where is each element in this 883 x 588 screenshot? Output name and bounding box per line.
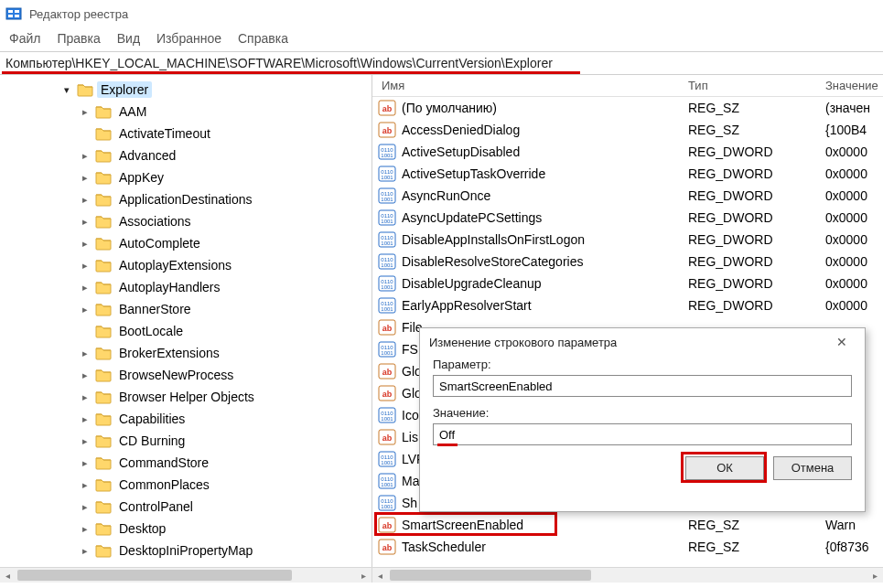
scroll-left-arrow[interactable]: ◂ — [372, 568, 388, 583]
address-bar[interactable]: Компьютер\HKEY_LOCAL_MACHINE\SOFTWARE\Mi… — [0, 51, 883, 75]
tree-item-label: Advanced — [115, 147, 179, 164]
folder-icon — [95, 433, 112, 448]
tree-item[interactable]: BrokerExtensions — [0, 342, 372, 364]
tree-scrollbar-thumb[interactable] — [17, 570, 292, 581]
tree-item[interactable]: Associations — [0, 210, 372, 232]
tree-item-explorer[interactable]: Explorer — [0, 79, 372, 101]
tree-item-label: DesktopIniPropertyMap — [115, 542, 256, 559]
close-icon[interactable]: ✕ — [828, 335, 856, 349]
value-data: 0x0000 — [825, 166, 883, 181]
chevron-right-icon[interactable] — [79, 413, 92, 425]
tree-item[interactable]: Browser Helper Objects — [0, 386, 372, 408]
tree-item[interactable]: CD Burning — [0, 430, 372, 452]
chevron-right-icon[interactable] — [79, 304, 92, 315]
tree-scrollbar-track[interactable] — [16, 568, 356, 583]
value-row[interactable]: 01101001AsyncUpdatePCSettingsREG_DWORD0x… — [372, 207, 883, 229]
value-row[interactable]: abAccessDeniedDialogREG_SZ{100B4 — [372, 119, 883, 141]
scroll-right-arrow[interactable]: ▸ — [356, 568, 372, 583]
tree-item[interactable]: ActivateTimeout — [0, 123, 372, 144]
svg-text:ab: ab — [382, 126, 393, 135]
tree-item[interactable]: DesktopOptimization — [0, 561, 372, 567]
chevron-right-icon[interactable] — [79, 172, 92, 184]
tree-item[interactable]: ControlPanel — [0, 496, 372, 518]
value-row[interactable]: abSmartScreenEnabledREG_SZWarn — [372, 514, 883, 536]
value-row[interactable]: 01101001EarlyAppResolverStartREG_DWORD0x… — [372, 294, 883, 316]
svg-text:1001: 1001 — [381, 175, 393, 180]
menu-view[interactable]: Вид — [117, 31, 140, 46]
tree-item[interactable]: Capabilities — [0, 408, 372, 430]
menu-help[interactable]: Справка — [238, 31, 288, 46]
binary-value-icon: 01101001 — [378, 473, 396, 489]
tree-item[interactable]: AutoplayExtensions — [0, 254, 372, 276]
chevron-right-icon[interactable] — [79, 523, 92, 535]
value-data: {0f8736 — [825, 540, 883, 554]
folder-icon — [95, 368, 112, 382]
ok-button[interactable]: ОК — [685, 456, 764, 480]
list-scrollbar-thumb[interactable] — [390, 570, 591, 581]
tree-item[interactable]: AppKey — [0, 166, 372, 188]
binary-value-icon: 01101001 — [378, 166, 396, 182]
tree-item[interactable]: AAM — [0, 101, 372, 123]
chevron-right-icon[interactable] — [79, 106, 92, 118]
svg-text:1001: 1001 — [381, 306, 393, 312]
scroll-left-arrow[interactable]: ◂ — [0, 568, 16, 583]
value-data: 0x0000 — [825, 276, 883, 291]
value-row[interactable]: 01101001DisableResolveStoreCategoriesREG… — [372, 251, 883, 273]
value-row[interactable]: 01101001AsyncRunOnceREG_DWORD0x0000 — [372, 185, 883, 207]
menu-file[interactable]: Файл — [9, 31, 40, 46]
tree-item-label: BannerStore — [115, 301, 195, 317]
column-data[interactable]: Значение — [825, 79, 883, 92]
column-name[interactable]: Имя — [372, 79, 688, 92]
binary-value-icon: 01101001 — [378, 495, 396, 511]
column-type[interactable]: Тип — [688, 79, 825, 92]
chevron-right-icon[interactable] — [79, 238, 92, 250]
list-scrollbar-track[interactable] — [388, 568, 867, 583]
tree-item[interactable]: AutoplayHandlers — [0, 276, 372, 298]
tree-item[interactable]: Desktop — [0, 518, 372, 540]
chevron-right-icon[interactable] — [79, 391, 92, 403]
chevron-right-icon[interactable] — [79, 545, 92, 557]
menu-favorites[interactable]: Избранное — [156, 31, 221, 46]
param-name-input[interactable] — [433, 375, 852, 397]
value-row[interactable]: 01101001ActiveSetupTaskOverrideREG_DWORD… — [372, 163, 883, 185]
folder-icon — [95, 126, 112, 141]
value-row[interactable]: ab(По умолчанию)REG_SZ(значен — [372, 97, 883, 119]
tree-pane[interactable]: ExplorerAAMActivateTimeoutAdvancedAppKey… — [0, 75, 372, 567]
chevron-right-icon[interactable] — [79, 150, 92, 162]
tree-item[interactable]: DesktopIniPropertyMap — [0, 540, 372, 561]
chevron-right-icon[interactable] — [79, 347, 92, 359]
chevron-right-icon[interactable] — [79, 260, 92, 272]
tree-item[interactable]: AutoComplete — [0, 232, 372, 254]
value-row[interactable]: 01101001ActiveSetupDisabledREG_DWORD0x00… — [372, 141, 883, 163]
tree-item[interactable]: CommandStore — [0, 452, 372, 474]
value-input[interactable] — [433, 423, 852, 445]
tree-item[interactable]: BrowseNewProcess — [0, 364, 372, 386]
folder-icon — [95, 236, 112, 251]
chevron-down-icon[interactable] — [60, 84, 73, 96]
folder-icon — [95, 390, 112, 404]
cancel-button[interactable]: Отмена — [773, 456, 852, 480]
value-row[interactable]: 01101001DisableUpgradeCleanupREG_DWORD0x… — [372, 273, 883, 294]
value-row[interactable]: abTaskSchedulerREG_SZ{0f8736 — [372, 536, 883, 558]
tree-item[interactable]: BootLocale — [0, 320, 372, 342]
chevron-right-icon[interactable] — [79, 369, 92, 381]
folder-icon — [95, 543, 112, 558]
chevron-right-icon[interactable] — [79, 479, 92, 491]
tree-item[interactable]: ApplicationDestinations — [0, 188, 372, 210]
tree-item[interactable]: CommonPlaces — [0, 474, 372, 496]
chevron-right-icon[interactable] — [79, 457, 92, 469]
chevron-right-icon[interactable] — [79, 435, 92, 447]
annotation-path-underline — [2, 71, 580, 74]
scroll-right-arrow[interactable]: ▸ — [867, 568, 883, 583]
chevron-right-icon[interactable] — [79, 216, 92, 228]
value-name: TaskScheduler — [402, 540, 688, 554]
tree-item-label: CommandStore — [115, 454, 212, 471]
tree-item[interactable]: Advanced — [0, 144, 372, 166]
value-label: Значение: — [433, 406, 852, 420]
menu-edit[interactable]: Правка — [57, 31, 100, 46]
value-row[interactable]: 01101001DisableAppInstallsOnFirstLogonRE… — [372, 229, 883, 251]
tree-item[interactable]: BannerStore — [0, 298, 372, 320]
chevron-right-icon[interactable] — [79, 282, 92, 294]
chevron-right-icon[interactable] — [79, 194, 92, 206]
chevron-right-icon[interactable] — [79, 501, 92, 513]
